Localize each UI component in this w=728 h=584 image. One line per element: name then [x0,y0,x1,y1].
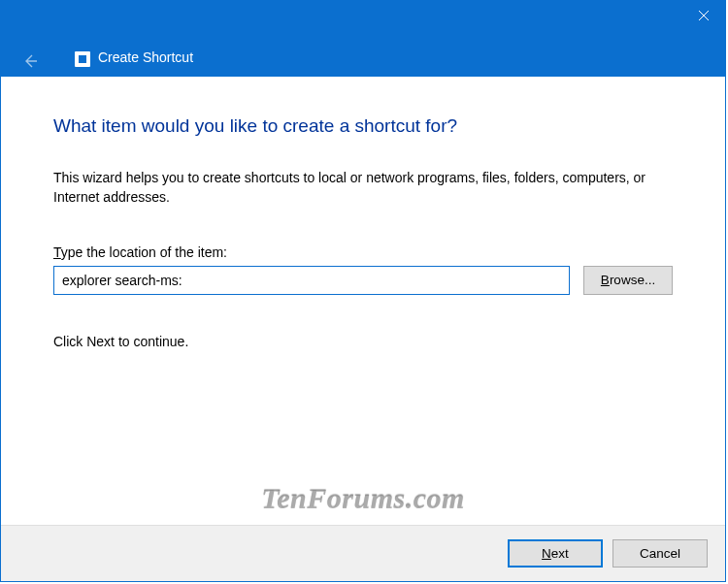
close-button[interactable] [681,1,725,30]
location-label-text: ype the location of the item: [61,244,227,260]
location-row: Browse... [53,266,673,295]
arrow-left-icon [22,53,38,69]
browse-button[interactable]: Browse... [583,266,673,295]
window-title: Create Shortcut [98,49,193,65]
location-input[interactable] [53,266,570,295]
wizard-description: This wizard helps you to create shortcut… [53,168,673,208]
footer: Next Cancel [1,525,725,581]
content-area: What item would you like to create a sho… [1,77,725,525]
page-heading: What item would you like to create a sho… [53,115,673,137]
continue-hint: Click Next to continue. [53,334,673,349]
location-label: Type the location of the item: [53,244,673,260]
browse-text: rowse... [610,273,655,287]
cancel-button[interactable]: Cancel [612,539,708,568]
browse-accel: B [601,273,610,287]
shortcut-icon [75,51,90,67]
close-icon [699,11,709,20]
next-accel: N [542,546,551,561]
next-button[interactable]: Next [508,539,603,568]
wizard-window: Create Shortcut What item would you like… [0,0,726,582]
location-label-accel: T [53,244,61,260]
next-text: ext [551,546,569,561]
back-button[interactable] [18,49,42,73]
titlebar: Create Shortcut [1,1,725,77]
